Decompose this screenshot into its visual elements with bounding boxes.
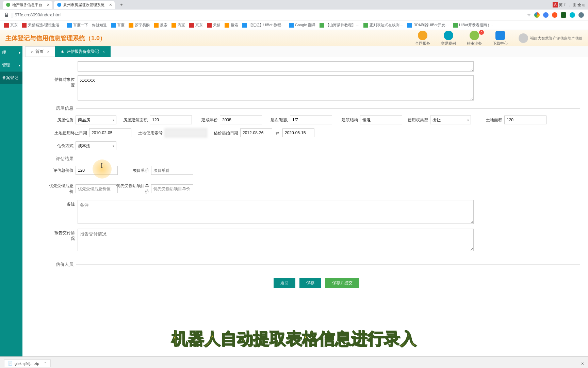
ext-icon[interactable] [552,12,557,18]
chevron-down-icon: ▾ [19,51,20,55]
ext-icon[interactable] [570,12,575,18]
close-icon[interactable]: × [102,49,105,54]
right-type-select[interactable]: 出让 [430,116,471,124]
tab-favicon [57,3,61,7]
tab-title: 泉州市房屋征收管理系统 [63,2,104,7]
date-range-icon: ⇄ [276,131,279,135]
fieldset-house: 房屋信息 房屋性质 商品房▾ 房屋建筑面积 建成年份 层次/层数 建筑结构 使用… [53,105,580,153]
home-icon: ⌂ [31,49,33,54]
header-icon-download[interactable]: 下载中心 [493,31,508,46]
sidebar-item-register[interactable]: 备案登记 [0,72,22,84]
new-tab-button[interactable]: + [117,1,126,9]
sidebar-item[interactable]: 管理▾ [0,59,22,72]
bookmark[interactable]: UiBot开发者指南 (… [453,22,493,28]
ext-icon[interactable] [561,12,566,18]
label-remark: 备注 [53,200,75,207]
land-area-input[interactable] [504,116,546,124]
ext-icon[interactable] [543,12,549,18]
bookmark[interactable]: 京东 [189,22,203,28]
bookmark[interactable]: 百度 [111,22,125,28]
close-icon[interactable]: × [581,361,584,366]
header-icon-pending[interactable]: 0 待审业务 [467,31,482,46]
legend-staff: 估价人员 [53,261,76,267]
bookmark[interactable]: 天猫精选-理想生活… [22,22,63,28]
total-value-input[interactable] [76,166,118,175]
browser-tab-0[interactable]: 地产服务信息平台 × [3,1,52,9]
prior-total-input[interactable] [76,184,118,193]
ime-badge: S [553,2,558,7]
structure-input[interactable] [360,116,402,124]
sidebar: 理▾ 管理▾ 备案登记 [0,46,22,356]
ime-status: 英 ☾ ， 圆 全 ⊞ [559,2,585,7]
bookmark[interactable]: Google 翻译 [289,22,316,28]
browser-tab-1[interactable]: 泉州市房屋征收管理系统 × [54,1,115,9]
close-icon[interactable]: × [109,2,112,7]
user-info[interactable]: 福建大智慧资产评估房地产估价 [519,33,583,43]
ime-indicator: S 英 ☾ ， 圆 全 ⊞ [553,2,585,7]
bookmark[interactable]: 淘宝 [172,22,185,28]
build-area-input[interactable] [150,116,192,124]
url-text[interactable]: jj.97fc.cn:8090/index.html [12,12,524,17]
star-icon[interactable]: ☆ [527,13,531,17]
bookmark[interactable]: 【汇总】UiBot 教程… [242,22,285,28]
land-end-date-input[interactable] [89,128,131,137]
legend-result: 评估结果 [53,156,76,162]
label-location: 估价对象位置 [53,75,75,88]
legend-house: 房屋信息 [53,105,76,111]
ext-icon[interactable] [578,12,584,18]
file-icon: 📄 [8,361,13,366]
house-type-select[interactable]: 商品房 [76,116,116,124]
flower-icon: ❀ [61,49,64,54]
save-submit-button[interactable]: 保存并提交 [325,278,359,288]
bookmark[interactable]: 苏宁易购 [129,22,150,28]
prior-unit-input[interactable] [151,184,193,193]
chevron-down-icon: ▾ [19,63,20,67]
addr-extensions: ☆ [527,12,584,18]
chevron-down-icon[interactable]: ⌃ [44,361,47,366]
browser-tab-strip: 地产服务信息平台 × 泉州市房屋征收管理系统 × + S 英 ☾ ， 圆 全 ⊞ [0,0,588,10]
save-button[interactable]: 保存 [299,278,321,288]
bookmark[interactable]: 百度一下，你就知道 [67,22,107,28]
fieldset-staff: 估价人员 返回 保存 保存并提交 [53,261,580,291]
tab-register[interactable]: ❀ 评估报告备案登记 × [55,46,111,57]
tab-title: 地产服务信息平台 [12,2,42,7]
bookmark[interactable]: 京东 [4,22,18,28]
bookmark[interactable]: RPA利器UiBot开发… [407,22,449,28]
remark-textarea[interactable] [78,200,474,224]
ext-icon[interactable] [534,12,540,18]
bookmark[interactable]: 【山海插件教程】… [320,22,359,28]
header-icon-contract[interactable]: 合同报备 [415,31,430,46]
label-delivery: 报告交付情况 [53,229,75,242]
build-year-input[interactable] [220,116,262,124]
land-index-input[interactable] [165,128,207,137]
delivery-textarea[interactable] [78,229,474,251]
bookmark[interactable]: 天猫 [207,22,220,28]
app-header: 主体登记与信用信息管理系统（1.0） 合同报备 交易案例 0 待审业务 下载中心… [0,30,588,46]
tab-favicon [6,3,10,7]
download-item[interactable]: 📄 giekmjfkfj....zip ⌃ [4,359,51,367]
val-date-to[interactable] [282,128,314,137]
header-icon-cases[interactable]: 交易案例 [441,31,456,46]
close-icon[interactable]: × [47,49,49,54]
val-date-from[interactable] [240,128,272,137]
val-method-select[interactable]: 成本法 [76,141,116,150]
lock-icon [4,13,9,17]
app-title: 主体登记与信用信息管理系统（1.0） [5,34,106,42]
bookmark[interactable]: 搜索 [154,22,167,28]
bookmark[interactable]: 搜索 [225,22,238,28]
location-textarea[interactable]: XXXXX [78,75,474,101]
upper-textarea[interactable] [78,61,474,72]
unit-price-input[interactable] [151,166,193,175]
sidebar-item[interactable]: 理▾ [0,46,22,59]
fieldset-result: 评估结果 评估总价值 项目单价 优先受偿后总价 优先受偿后项目单价 备注 [53,156,580,259]
bookmark[interactable]: 正则表达式在线测… [363,22,403,28]
floors-input[interactable] [290,116,332,124]
download-bar: 📄 giekmjfkfj....zip ⌃ × [0,356,588,368]
close-icon[interactable]: × [47,2,50,7]
form-area: 估价对象位置 XXXXX 房屋信息 房屋性质 商品房▾ 房屋建筑面积 建成年份 … [22,57,588,356]
tab-home[interactable]: ⌂ 首页 × [25,46,55,57]
content-tabs: ⌂ 首页 × ❀ 评估报告备案登记 × [22,46,588,57]
avatar [519,33,528,43]
back-button[interactable]: 返回 [274,278,295,288]
bookmarks-bar: 京东 天猫精选-理想生活… 百度一下，你就知道 百度 苏宁易购 搜索 淘宝 京东… [0,20,588,30]
